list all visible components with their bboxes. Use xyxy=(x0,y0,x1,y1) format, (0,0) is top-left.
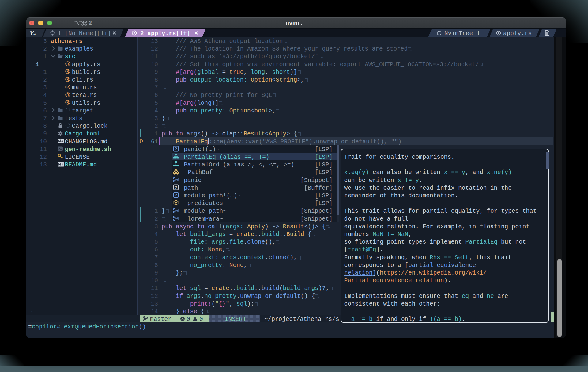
svg-text:R: R xyxy=(66,85,69,89)
svg-text:R: R xyxy=(66,101,69,104)
svg-text:R: R xyxy=(66,70,69,73)
svg-text:R: R xyxy=(66,62,69,66)
svg-text:R: R xyxy=(66,93,69,97)
svg-text:R: R xyxy=(66,78,69,81)
